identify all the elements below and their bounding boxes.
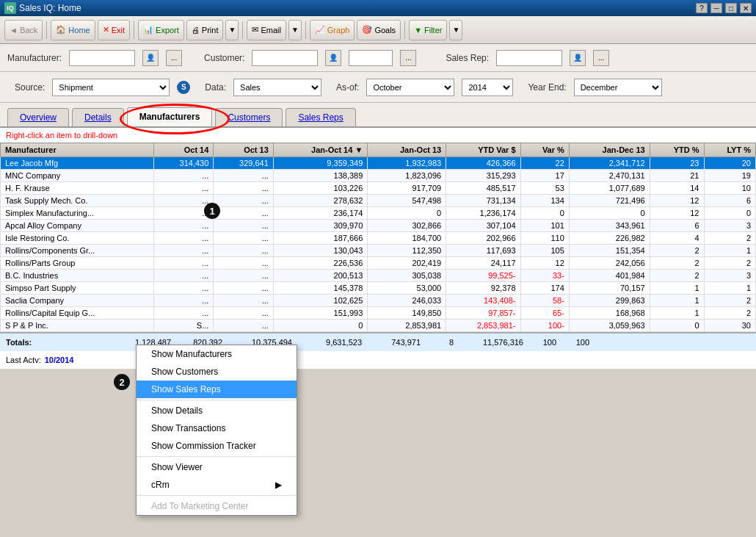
customer-more-btn[interactable]: ...	[400, 50, 416, 66]
lastactv-value: 10/2014	[45, 356, 74, 364]
graph-button[interactable]: 📈 Graph	[310, 20, 355, 40]
customer-search-btn[interactable]: 👤	[325, 50, 341, 66]
options-section: Source: Shipment S Data: Sales As-of: Oc…	[0, 72, 756, 103]
data-table: Manufacturer Oct 14 Oct 13 Jan-Oct 14 ▼ …	[0, 143, 756, 332]
col-ytdvars: YTD Var $	[446, 143, 520, 157]
graph-icon: 📈	[315, 25, 325, 35]
manufacturer-input[interactable]	[69, 50, 135, 66]
table-row[interactable]: B.C. Industries......200,513305,03899,52…	[1, 270, 756, 282]
context-menu: Show ManufacturersShow CustomersShow Sal…	[136, 345, 297, 516]
yearend-select[interactable]: December	[574, 79, 662, 96]
close-btn[interactable]: ✕	[740, 3, 752, 13]
context-menu-item[interactable]: Show Manufacturers	[137, 345, 297, 363]
app-icon: IQ	[4, 2, 16, 14]
table-row[interactable]: H. F. Krause......103,226917,709485,5175…	[1, 182, 756, 195]
table-row[interactable]: Isle Restoring Co.......187,666184,70020…	[1, 232, 756, 245]
tab-details[interactable]: Details	[72, 108, 124, 126]
context-menu-item[interactable]: Show Customers	[137, 363, 297, 381]
table-row[interactable]: Rollins/Parts Group......226,536202,4192…	[1, 257, 756, 270]
manufacturer-more-btn[interactable]: ...	[166, 50, 182, 66]
badge-2: 2	[114, 374, 130, 390]
totals-janoct13: 9,631,523	[292, 338, 362, 347]
table-row[interactable]: Simplex Manufacturing.........236,17401,…	[1, 207, 756, 220]
year-select[interactable]: 2014	[462, 79, 513, 96]
table-row[interactable]: Saclia Company......102,625246,033143,40…	[1, 295, 756, 307]
salesrep-input[interactable]	[496, 50, 562, 66]
context-menu-item[interactable]: Show Commission Tracker	[137, 437, 297, 455]
customer-input[interactable]	[252, 50, 318, 66]
customer-extra-input[interactable]	[349, 50, 393, 66]
col-ytdpct: YTD %	[650, 143, 704, 157]
context-menu-item: Add To Marketing Center	[137, 497, 297, 515]
badge-1: 1	[204, 203, 220, 219]
email-button[interactable]: ✉ Email	[247, 20, 286, 40]
yearend-label: Year End:	[528, 82, 566, 93]
goals-button[interactable]: 🎯 Goals	[357, 20, 401, 40]
toolbar: ◄ Back 🏠 Home ✕ Exit 📊 Export 🖨 Print ▼ …	[0, 16, 756, 44]
home-icon: 🏠	[56, 25, 66, 35]
email-arrow[interactable]: ▼	[288, 20, 302, 40]
table-row[interactable]: Lee Jacob Mfg314,430329,6419,359,3491,93…	[1, 157, 756, 170]
totals-varpct: 8	[421, 338, 454, 347]
tab-customers[interactable]: Customers	[215, 108, 283, 126]
print-icon: 🖨	[192, 26, 200, 35]
maximize-btn[interactable]: □	[725, 3, 737, 13]
totals-jandec13: 11,576,316	[454, 338, 523, 347]
context-menu-separator	[137, 495, 297, 496]
col-oct14: Oct 14	[153, 143, 213, 157]
back-button[interactable]: ◄ Back	[4, 20, 43, 40]
asof-select[interactable]: October	[366, 79, 454, 96]
context-menu-separator	[137, 456, 297, 457]
salesrep-search-btn[interactable]: 👤	[570, 50, 586, 66]
home-button[interactable]: 🏠 Home	[51, 20, 95, 40]
tab-salesreps[interactable]: Sales Reps	[286, 108, 355, 126]
totals-ytdpct: 100	[523, 338, 556, 347]
email-icon: ✉	[252, 25, 258, 35]
manufacturer-label: Manufacturer:	[7, 53, 62, 63]
export-icon: 📊	[143, 25, 153, 35]
col-janoct14: Jan-Oct 14 ▼	[273, 143, 367, 157]
export-button[interactable]: 📊 Export	[138, 20, 184, 40]
tab-manufacturers[interactable]: Manufacturers	[127, 107, 213, 126]
context-menu-item[interactable]: Show Transactions	[137, 419, 297, 437]
filter-button[interactable]: ▼ Filter	[409, 20, 447, 40]
exit-button[interactable]: ✕ Exit	[98, 20, 130, 40]
col-janoct13: Jan-Oct 13	[368, 143, 446, 157]
print-button[interactable]: 🖨 Print	[186, 20, 224, 40]
help-btn[interactable]: ?	[696, 3, 708, 13]
table-header-row: Manufacturer Oct 14 Oct 13 Jan-Oct 14 ▼ …	[1, 143, 756, 157]
title-text: Sales IQ: Home	[19, 3, 81, 13]
col-lytpct: LYT %	[704, 143, 756, 157]
print-arrow[interactable]: ▼	[225, 20, 239, 40]
table-row[interactable]: MNC Company......138,3891,823,096315,293…	[1, 170, 756, 182]
salesrep-label: Sales Rep:	[446, 53, 489, 63]
main-content: Right-click an item to drill-down Manufa…	[0, 128, 756, 369]
minimize-btn[interactable]: ─	[710, 3, 722, 13]
table-row[interactable]: Simpso Part Supply......145,37853,00092,…	[1, 282, 756, 295]
table-row[interactable]: Task Supply Mech. Co.......278,632547,49…	[1, 195, 756, 207]
manufacturer-search-btn[interactable]: 👤	[142, 50, 159, 66]
context-menu-item[interactable]: Show Viewer	[137, 458, 297, 476]
table-row[interactable]: Apcal Alloy Company......309,970302,8663…	[1, 220, 756, 232]
totals-ytdvars: 743,971	[362, 338, 421, 347]
exit-icon: ✕	[103, 25, 109, 35]
data-label: Data:	[205, 82, 226, 93]
context-menu-item[interactable]: Show Sales Reps	[137, 381, 297, 398]
s-badge: S	[177, 81, 190, 94]
lastactv-label: Last Actv:	[6, 356, 41, 364]
context-menu-item[interactable]: cRm▶	[137, 476, 297, 494]
table-row[interactable]: S P & P Inc.S......02,853,9812,853,981-1…	[1, 320, 756, 332]
context-menu-item[interactable]: Show Details	[137, 402, 297, 419]
col-oct13: Oct 13	[214, 143, 273, 157]
filter-icon: ▼	[414, 26, 422, 35]
submenu-arrow-icon: ▶	[275, 480, 282, 490]
table-row[interactable]: Rollins/Components Gr.........130,043112…	[1, 245, 756, 257]
salesrep-more-btn[interactable]: ...	[593, 50, 609, 66]
totals-lytpct: 100	[556, 338, 589, 347]
data-select[interactable]: Sales	[233, 79, 321, 96]
table-row[interactable]: Rollins/Capital Equip G.........151,9931…	[1, 307, 756, 320]
hint-text: Right-click an item to drill-down	[0, 128, 756, 143]
source-select[interactable]: Shipment	[52, 79, 170, 96]
filter-arrow[interactable]: ▼	[449, 20, 462, 40]
tab-overview[interactable]: Overview	[7, 108, 69, 126]
